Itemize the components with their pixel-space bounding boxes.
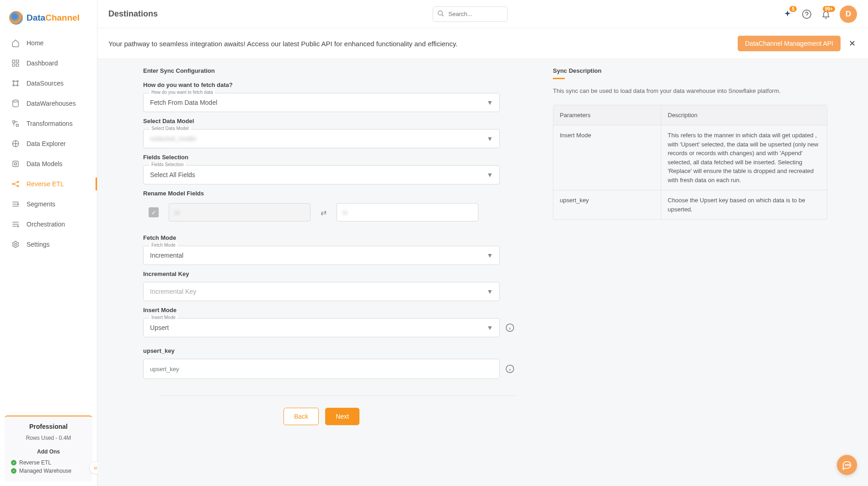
chat-fab[interactable] bbox=[837, 455, 857, 475]
chevron-down-icon: ▼ bbox=[487, 171, 493, 178]
svg-point-11 bbox=[12, 184, 14, 185]
logo-icon bbox=[9, 11, 23, 25]
svg-point-17 bbox=[438, 11, 442, 15]
nav-label: Transformations bbox=[27, 120, 73, 127]
content: Enter Sync Configuration How do you want… bbox=[97, 59, 868, 486]
notifications-badge: 99+ bbox=[823, 6, 835, 12]
chevron-down-icon: ▼ bbox=[487, 324, 493, 331]
banner-cta-button[interactable]: DataChannel Management API bbox=[738, 36, 841, 51]
svg-point-13 bbox=[17, 185, 19, 187]
nav-reverse-etl[interactable]: Reverse ETL bbox=[0, 174, 97, 194]
logo-text: DataChannel bbox=[27, 13, 80, 23]
fetch-data-select[interactable]: Fetch From Data Model▼ bbox=[143, 93, 500, 112]
insert-mode-info-icon[interactable] bbox=[505, 323, 514, 332]
upsert-key-info-icon[interactable] bbox=[505, 364, 514, 373]
svg-point-4 bbox=[13, 81, 14, 82]
incremental-key-select[interactable]: Incremental Key▼ bbox=[143, 282, 500, 301]
info-underline bbox=[553, 78, 565, 79]
next-button[interactable]: Next bbox=[325, 408, 359, 425]
notifications-button[interactable]: 99+ bbox=[820, 9, 831, 20]
avatar[interactable]: D bbox=[840, 5, 857, 23]
sidebar: DataChannel Home Dashboard DataSources D… bbox=[0, 0, 97, 486]
svg-rect-3 bbox=[16, 64, 19, 66]
param-table-header: Parameters Description bbox=[553, 105, 827, 126]
dashboard-icon bbox=[11, 59, 20, 68]
divider bbox=[160, 395, 516, 396]
nav-datasources[interactable]: DataSources bbox=[0, 73, 97, 93]
home-icon bbox=[11, 38, 20, 48]
chevron-down-icon: ▼ bbox=[487, 135, 493, 142]
rename-checkbox[interactable]: ✓ bbox=[149, 207, 159, 217]
nav-settings[interactable]: Settings bbox=[0, 234, 97, 254]
segments-icon bbox=[11, 200, 20, 209]
rename-source-input[interactable]: id bbox=[169, 203, 311, 221]
swap-icon: ⇄ bbox=[321, 208, 327, 217]
info-title: Sync Description bbox=[553, 67, 827, 74]
transformations-icon bbox=[11, 119, 20, 128]
td-param: Insert Mode bbox=[553, 125, 661, 190]
search-icon bbox=[437, 10, 445, 18]
banner: Your pathway to seamless integration awa… bbox=[97, 28, 868, 59]
fetch-mode-select[interactable]: Incremental▼ bbox=[143, 246, 500, 265]
svg-rect-1 bbox=[16, 60, 19, 62]
nav-datawarehouses[interactable]: DataWarehouses bbox=[0, 93, 97, 113]
rename-target-input[interactable]: id bbox=[337, 203, 478, 221]
chevron-down-icon: ▼ bbox=[487, 252, 493, 259]
td-param: upsert_key bbox=[553, 190, 661, 219]
back-button[interactable]: Back bbox=[284, 408, 319, 425]
nav-label: Settings bbox=[27, 241, 50, 248]
nav-label: Dashboard bbox=[27, 59, 58, 67]
plan-rows: Rows Used - 0.4M bbox=[9, 435, 88, 441]
data-model-select[interactable]: redacted_model▼ bbox=[143, 129, 500, 148]
insert-mode-float: Insert Mode bbox=[150, 315, 177, 320]
nav-dashboard[interactable]: Dashboard bbox=[0, 53, 97, 73]
nav-transformations[interactable]: Transformations bbox=[0, 113, 97, 134]
chevron-down-icon: ▼ bbox=[487, 288, 493, 295]
search-wrap bbox=[433, 6, 508, 22]
page-title: Destinations bbox=[108, 9, 158, 19]
upsert-key-input[interactable] bbox=[143, 359, 500, 379]
topbar: Destinations 5 99+ D bbox=[97, 0, 868, 28]
svg-rect-10 bbox=[13, 161, 18, 167]
nav-orchestration[interactable]: Orchestration bbox=[0, 214, 97, 234]
orchestration-icon bbox=[11, 220, 20, 229]
nav-data-explorer[interactable]: Data Explorer bbox=[0, 134, 97, 154]
info-column: Sync Description This sync can be used t… bbox=[553, 67, 827, 475]
svg-rect-0 bbox=[12, 60, 15, 62]
logo[interactable]: DataChannel bbox=[0, 0, 97, 33]
svg-point-22 bbox=[847, 464, 848, 465]
insert-mode-select[interactable]: Upsert▼ bbox=[143, 318, 500, 337]
explorer-icon bbox=[11, 139, 20, 148]
form-column: Enter Sync Configuration How do you want… bbox=[143, 67, 518, 475]
svg-point-7 bbox=[17, 85, 18, 86]
fields-selection-select[interactable]: Select All Fields▼ bbox=[143, 165, 500, 184]
nav-segments[interactable]: Segments bbox=[0, 194, 97, 214]
th-parameters: Parameters bbox=[553, 105, 661, 125]
nav-data-models[interactable]: Data Models bbox=[0, 154, 97, 174]
models-icon bbox=[11, 159, 20, 168]
top-right: 5 99+ D bbox=[782, 5, 857, 23]
warehouse-icon bbox=[11, 99, 20, 108]
th-description: Description bbox=[661, 105, 827, 125]
nav-home[interactable]: Home bbox=[0, 33, 97, 53]
sparkle-button[interactable]: 5 bbox=[782, 9, 793, 20]
svg-point-15 bbox=[17, 226, 19, 227]
chevron-down-icon: ▼ bbox=[487, 99, 493, 106]
banner-close-button[interactable]: ✕ bbox=[847, 38, 857, 49]
nav-label: Data Explorer bbox=[27, 140, 66, 147]
nav-label: Orchestration bbox=[27, 221, 65, 228]
nav-label: Data Models bbox=[27, 160, 63, 167]
banner-text: Your pathway to seamless integration awa… bbox=[108, 40, 458, 48]
datasources-icon bbox=[11, 79, 20, 88]
help-button[interactable] bbox=[801, 9, 812, 20]
svg-point-12 bbox=[17, 181, 19, 183]
section-title: Enter Sync Configuration bbox=[143, 67, 518, 74]
addons-title: Add Ons bbox=[9, 448, 88, 455]
nav: Home Dashboard DataSources DataWarehouse… bbox=[0, 33, 97, 411]
rename-row: ✓ id ⇄ id bbox=[143, 201, 518, 225]
nav-label: Reverse ETL bbox=[27, 180, 64, 188]
td-desc: Choose the Upsert key based on which dat… bbox=[661, 190, 827, 219]
rename-label: Rename Model Fields bbox=[143, 190, 518, 197]
svg-point-21 bbox=[845, 464, 846, 465]
svg-point-8 bbox=[13, 100, 18, 103]
